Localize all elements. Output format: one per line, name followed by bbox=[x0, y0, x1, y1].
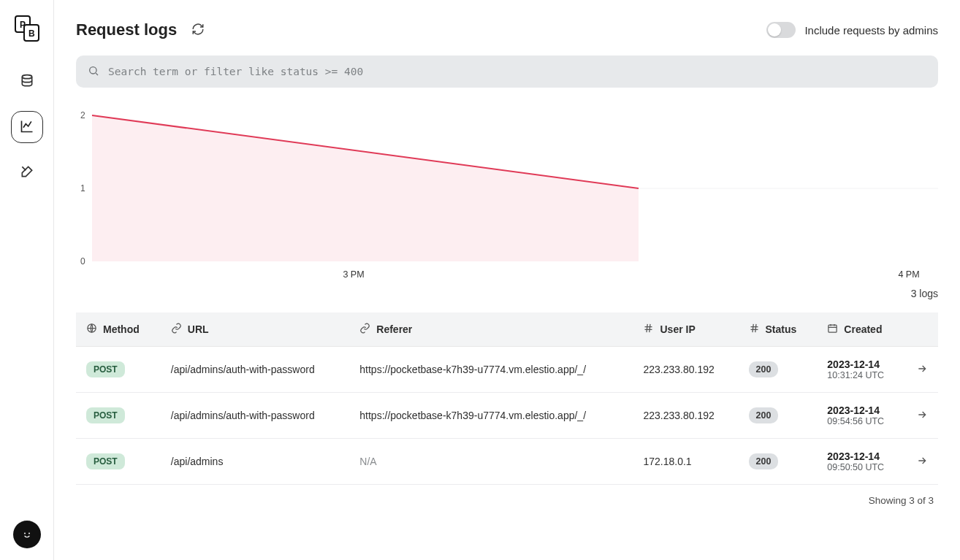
method-badge: POST bbox=[86, 361, 125, 377]
main-content: Request logs Include requests by admins bbox=[54, 0, 960, 560]
cell-url: /api/admins/auth-with-password bbox=[161, 393, 349, 439]
search-icon bbox=[88, 65, 99, 79]
table-row[interactable]: POST/api/adminsN/A172.18.0.12002023-12-1… bbox=[76, 439, 938, 485]
svg-rect-10 bbox=[828, 325, 837, 332]
col-user-ip[interactable]: User IP bbox=[633, 312, 738, 347]
page-header: Request logs Include requests by admins bbox=[76, 20, 938, 39]
cell-user-ip: 172.18.0.1 bbox=[633, 439, 738, 485]
arrow-right-icon bbox=[916, 411, 928, 423]
globe-icon bbox=[86, 323, 97, 336]
nav-item-collections[interactable] bbox=[11, 66, 43, 98]
refresh-icon bbox=[191, 23, 205, 38]
col-referer[interactable]: Referer bbox=[349, 312, 633, 347]
table-row[interactable]: POST/api/admins/auth-with-passwordhttps:… bbox=[76, 393, 938, 439]
cell-created: 2023-12-1409:50:50 UTC bbox=[817, 439, 906, 485]
table-footer: Showing 3 of 3 bbox=[76, 485, 938, 506]
cell-user-ip: 223.233.80.192 bbox=[633, 393, 738, 439]
col-url-label: URL bbox=[188, 323, 209, 335]
avatar[interactable] bbox=[13, 521, 41, 548]
nav-items bbox=[11, 66, 43, 188]
row-open-button[interactable] bbox=[906, 439, 938, 485]
cell-referer: https://pocketbase-k7h39-u7774.vm.elesti… bbox=[349, 393, 633, 439]
method-badge: POST bbox=[86, 453, 125, 469]
database-icon bbox=[20, 74, 34, 91]
x-tick-1: 4 PM bbox=[898, 269, 919, 280]
cell-created: 2023-12-1409:54:56 UTC bbox=[817, 393, 906, 439]
link-icon bbox=[171, 323, 182, 336]
svg-text:B: B bbox=[28, 28, 35, 39]
col-status-label: Status bbox=[766, 323, 797, 335]
x-tick-0: 3 PM bbox=[343, 269, 364, 280]
nav-item-settings[interactable] bbox=[11, 156, 43, 188]
y-tick-1: 1 bbox=[80, 183, 85, 193]
arrow-right-icon bbox=[916, 457, 928, 469]
svg-point-7 bbox=[90, 66, 96, 73]
hash-icon bbox=[643, 323, 654, 336]
calendar-icon bbox=[827, 323, 838, 336]
col-created-label: Created bbox=[844, 323, 882, 335]
table-row[interactable]: POST/api/admins/auth-with-passwordhttps:… bbox=[76, 347, 938, 393]
search-bar[interactable] bbox=[76, 55, 938, 88]
svg-point-6 bbox=[28, 533, 30, 534]
col-created[interactable]: Created bbox=[817, 312, 906, 347]
status-badge: 200 bbox=[749, 361, 779, 377]
sidebar: P B bbox=[0, 0, 54, 560]
y-tick-0: 0 bbox=[80, 256, 85, 266]
chart-area bbox=[92, 115, 639, 261]
col-actions bbox=[906, 312, 938, 347]
col-method-label: Method bbox=[103, 323, 140, 335]
requests-chart: 2 1 0 3 PM 4 PM bbox=[76, 105, 938, 280]
refresh-button[interactable] bbox=[190, 22, 206, 38]
svg-point-5 bbox=[24, 533, 26, 534]
include-admins-label: Include requests by admins bbox=[804, 24, 938, 37]
row-open-button[interactable] bbox=[906, 393, 938, 439]
row-open-button[interactable] bbox=[906, 347, 938, 393]
cell-referer: N/A bbox=[349, 439, 633, 485]
tools-icon bbox=[20, 164, 34, 181]
col-referer-label: Referer bbox=[376, 323, 412, 335]
logs-count: 3 logs bbox=[76, 288, 938, 299]
logs-table: Method URL Ref bbox=[76, 312, 938, 485]
cell-created: 2023-12-1410:31:24 UTC bbox=[817, 347, 906, 393]
arrow-right-icon bbox=[916, 365, 928, 377]
search-input[interactable] bbox=[108, 66, 926, 77]
link-icon bbox=[359, 323, 370, 336]
hash-icon bbox=[749, 323, 760, 336]
method-badge: POST bbox=[86, 407, 125, 423]
status-badge: 200 bbox=[749, 407, 779, 423]
cell-referer: https://pocketbase-k7h39-u7774.vm.elesti… bbox=[349, 347, 633, 393]
y-tick-2: 2 bbox=[80, 110, 85, 120]
status-badge: 200 bbox=[749, 453, 779, 469]
col-user-ip-label: User IP bbox=[660, 323, 695, 335]
cell-url: /api/admins bbox=[161, 439, 349, 485]
page-title: Request logs bbox=[76, 20, 177, 39]
app-logo: P B bbox=[14, 15, 40, 42]
cell-user-ip: 223.233.80.192 bbox=[633, 347, 738, 393]
nav-item-logs[interactable] bbox=[11, 111, 43, 143]
col-method[interactable]: Method bbox=[76, 312, 161, 347]
chart-line-icon bbox=[20, 119, 34, 136]
cell-url: /api/admins/auth-with-password bbox=[161, 347, 349, 393]
col-status[interactable]: Status bbox=[739, 312, 818, 347]
svg-point-4 bbox=[22, 74, 31, 78]
col-url[interactable]: URL bbox=[161, 312, 349, 347]
include-admins-toggle[interactable] bbox=[766, 22, 796, 38]
